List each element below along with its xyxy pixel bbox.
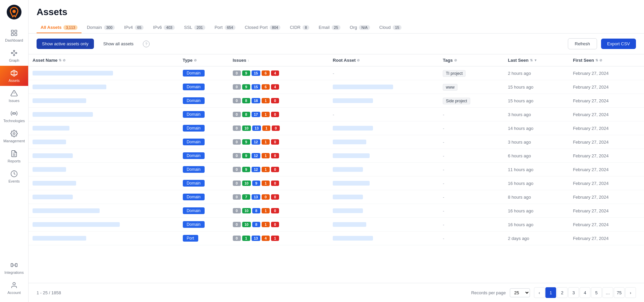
cell-asset-name[interactable] <box>29 204 179 218</box>
cell-asset-name[interactable] <box>29 94 179 108</box>
pagination-next[interactable]: › <box>625 287 636 298</box>
cell-root-asset <box>329 232 439 245</box>
col-tags: Tags ⊘ <box>439 54 504 66</box>
cell-last-seen: 3 hours ago <box>504 108 569 121</box>
filter-root-icon[interactable]: ⊘ <box>357 58 360 62</box>
cell-asset-name[interactable] <box>29 66 179 80</box>
records-per-page-select[interactable]: 25 50 100 <box>510 288 530 297</box>
tab-ipv4[interactable]: IPv465 <box>120 22 148 33</box>
svg-rect-25 <box>11 263 13 266</box>
svg-point-21 <box>13 133 15 135</box>
sort-asset-name-icon[interactable]: ⇅ <box>59 58 61 62</box>
pagination-page-75[interactable]: 75 <box>614 287 625 298</box>
col-type: Type ⊘ <box>179 54 229 66</box>
sidebar-item-dashboard[interactable]: Dashboard <box>0 26 28 46</box>
filter-type-icon[interactable]: ⊘ <box>194 58 197 62</box>
tab-ipv6[interactable]: IPv6403 <box>149 22 178 33</box>
pagination-page-…[interactable]: … <box>602 287 613 298</box>
pagination-page-5[interactable]: 5 <box>591 287 602 298</box>
cell-issues: 010910 <box>229 177 329 190</box>
sidebar-item-technologies[interactable]: Technologies <box>0 106 28 126</box>
asset-tabs: All Assets3,113Domain300IPv465IPv6403SSL… <box>37 22 636 33</box>
tab-cidr[interactable]: CIDR8 <box>286 22 313 33</box>
sidebar-item-integrations[interactable]: Integrations <box>0 258 28 278</box>
sort-lastseen-icon[interactable]: ⇅ <box>530 58 533 62</box>
pagination-page-4[interactable]: 4 <box>580 287 590 298</box>
svg-point-1 <box>12 10 16 13</box>
filter-tags-icon[interactable]: ⊘ <box>454 58 457 62</box>
tab-all[interactable]: All Assets3,113 <box>37 22 82 33</box>
main-content: Assets All Assets3,113Domain300IPv465IPv… <box>29 0 644 302</box>
logo[interactable] <box>6 4 22 20</box>
sort-firstseen-icon[interactable]: ⇅ <box>595 58 598 62</box>
sidebar-item-issues[interactable]: Issues <box>0 86 28 106</box>
svg-point-28 <box>13 283 15 285</box>
cell-issues: 091210 <box>229 163 329 177</box>
cell-tags: - <box>439 163 504 177</box>
sidebar-item-account[interactable]: Account <box>0 278 28 298</box>
filter-lastseen-icon[interactable]: ▼ <box>534 58 537 62</box>
cell-asset-name[interactable] <box>29 149 179 163</box>
sidebar-item-reports[interactable]: Reports <box>0 146 28 166</box>
sidebar-label-integrations: Integrations <box>4 270 23 274</box>
help-icon[interactable]: ? <box>143 41 150 47</box>
sidebar-item-graph[interactable]: Graph <box>0 46 28 66</box>
cell-issues: 091564 <box>229 66 329 80</box>
table-row: Domain091210 -6 hours agoFebruary 27, 20… <box>29 149 644 163</box>
cell-tags: www <box>439 80 504 94</box>
footer: 1 - 25 / 1858 Records per page 25 50 100… <box>29 283 644 302</box>
filter-asset-name-icon[interactable]: ⊘ <box>63 58 65 62</box>
cell-first-seen: February 27, 2024 <box>569 190 644 204</box>
show-active-button[interactable]: Show active assets only <box>37 39 94 49</box>
cell-root-asset <box>329 190 439 204</box>
tab-closedport[interactable]: Closed Port804 <box>241 22 284 33</box>
cell-issues: 011341 <box>229 232 329 245</box>
tab-email[interactable]: Email25 <box>315 22 344 33</box>
svg-rect-4 <box>11 34 13 36</box>
cell-last-seen: 14 hours ago <box>504 121 569 135</box>
tab-domain[interactable]: Domain300 <box>83 22 119 33</box>
cell-tags: - <box>439 149 504 163</box>
cell-asset-name[interactable] <box>29 135 179 149</box>
pagination-page-1[interactable]: 1 <box>545 287 556 298</box>
show-all-button[interactable]: Show all assets <box>98 39 139 49</box>
tab-org[interactable]: OrgN/A <box>346 22 374 33</box>
cell-first-seen: February 27, 2024 <box>569 163 644 177</box>
filter-firstseen-icon[interactable]: ⊘ <box>599 58 602 62</box>
sidebar-item-management[interactable]: Management <box>0 126 28 146</box>
sidebar-item-assets[interactable]: Assets <box>0 66 28 86</box>
pagination-page-2[interactable]: 2 <box>557 287 568 298</box>
table-row: Domain071300 -8 hours agoFebruary 27, 20… <box>29 190 644 204</box>
cell-root-asset <box>329 149 439 163</box>
cell-asset-name[interactable] <box>29 121 179 135</box>
cell-first-seen: February 27, 2024 <box>569 232 644 245</box>
pagination-prev[interactable]: ‹ <box>534 287 545 298</box>
tab-port[interactable]: Port654 <box>211 22 239 33</box>
cell-last-seen: 15 hours ago <box>504 94 569 108</box>
cell-asset-name[interactable] <box>29 108 179 121</box>
cell-asset-name[interactable] <box>29 80 179 94</box>
cell-root-asset <box>329 177 439 190</box>
sidebar-label-dashboard: Dashboard <box>5 38 23 42</box>
cell-asset-name[interactable] <box>29 232 179 245</box>
pagination-page-3[interactable]: 3 <box>568 287 579 298</box>
cell-asset-name[interactable] <box>29 163 179 177</box>
cell-asset-name[interactable] <box>29 218 179 232</box>
cell-issues: 081710 <box>229 108 329 121</box>
records-per-page-label: Records per page <box>471 290 506 295</box>
cell-last-seen: 3 hours ago <box>504 135 569 149</box>
refresh-button[interactable]: Refresh <box>568 38 597 49</box>
export-csv-button[interactable]: Export CSV <box>601 39 636 49</box>
svg-point-8 <box>16 52 17 54</box>
cell-asset-name[interactable] <box>29 177 179 190</box>
sort-issues-icon[interactable]: ↓ <box>248 58 249 62</box>
tab-ssl[interactable]: SSL201 <box>180 22 209 33</box>
cell-issues: 081810 <box>229 94 329 108</box>
tab-cloud[interactable]: Cloud15 <box>375 22 406 33</box>
svg-rect-26 <box>15 263 17 266</box>
table-row: Port011341 -2 days agoFebruary 27, 2024 <box>29 232 644 245</box>
sidebar-item-events[interactable]: Events <box>0 166 28 187</box>
cell-asset-name[interactable] <box>29 190 179 204</box>
cell-root-asset <box>329 218 439 232</box>
reports-icon <box>10 150 18 158</box>
